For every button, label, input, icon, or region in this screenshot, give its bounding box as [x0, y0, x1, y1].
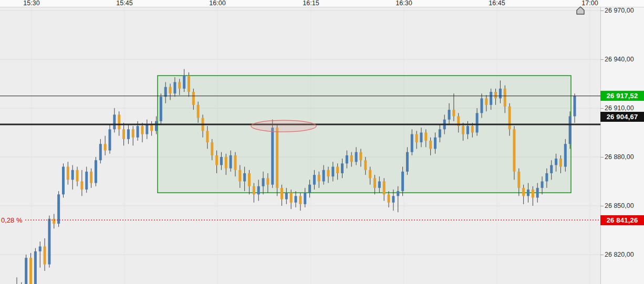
candle-body [34, 251, 37, 284]
price-axis-tick [600, 255, 604, 255]
time-axis-label: 16:45 [489, 0, 505, 7]
candle-body [359, 152, 362, 161]
candle-body [132, 129, 134, 137]
candle-body [373, 178, 376, 188]
candle-body [364, 160, 367, 170]
price-axis-label: 26 850,00 [605, 202, 634, 209]
drawn-ellipse-annotation[interactable] [251, 120, 316, 132]
candle-body [532, 190, 534, 198]
candle-body [146, 124, 148, 134]
time-axis-label: 16:30 [396, 0, 412, 7]
candle-body [569, 117, 572, 144]
candle-body [392, 196, 394, 202]
candle-body [234, 155, 236, 170]
candle-body [327, 170, 329, 176]
candle-body [109, 129, 111, 150]
candle-body [574, 96, 576, 117]
candle-body [290, 193, 293, 203]
candle-body [150, 124, 153, 131]
drawn-rectangle-annotation[interactable] [158, 76, 571, 193]
candle-body [462, 126, 464, 134]
candle-body [336, 167, 339, 173]
candle-body [388, 194, 390, 203]
price-axis-label: 26 940,00 [605, 56, 634, 63]
candle-body [137, 126, 139, 138]
candle-body [522, 188, 525, 196]
candle-body [122, 129, 125, 139]
candle-body [80, 182, 83, 190]
candle-body [434, 138, 437, 149]
candle-body [113, 114, 116, 129]
candle-body [257, 186, 260, 195]
candle-body [299, 196, 302, 204]
candle-body [485, 98, 487, 104]
candle-body [99, 144, 102, 160]
candle-body [355, 152, 358, 162]
candle-body [62, 167, 65, 195]
candle-body [452, 110, 455, 116]
price-axis-label: 26 880,00 [605, 153, 634, 161]
candle-body [230, 155, 232, 169]
candle-body [448, 110, 451, 120]
candle-body [271, 128, 274, 185]
scroll-home-button[interactable] [576, 6, 585, 15]
candle-body [71, 170, 74, 180]
time-axis-label: 15:30 [23, 0, 39, 7]
candlestick-plot[interactable] [0, 0, 600, 284]
candle-body [95, 160, 97, 183]
candle-body [85, 172, 88, 190]
candle-body [346, 155, 348, 164]
candle-body [411, 134, 413, 152]
candle-body [439, 129, 441, 137]
candle-body [173, 82, 176, 93]
candle-body [248, 173, 251, 186]
candle-body [295, 196, 297, 202]
price-axis-tick [600, 59, 604, 60]
price-axis-label: 26 820,00 [605, 251, 634, 258]
candle-body [313, 175, 316, 185]
candle-body [383, 182, 386, 195]
candle-body [536, 188, 539, 198]
time-axis-label: 16:15 [303, 0, 319, 7]
candle-body [508, 107, 511, 129]
candle-body [118, 114, 120, 129]
time-axis-label: 15:45 [116, 0, 132, 7]
candle-body [545, 173, 548, 182]
price-axis-tick [600, 157, 604, 157]
candle-body [155, 121, 158, 131]
prev-close-badge: 26 841,26 [600, 215, 644, 225]
candle-body [76, 170, 79, 182]
candle-body [424, 133, 427, 141]
price-axis-tick [600, 206, 604, 206]
candle-body [164, 87, 167, 97]
price-axis-tick [600, 108, 604, 109]
candle-body [57, 194, 60, 224]
candle-body [323, 170, 325, 182]
candle-body [39, 247, 41, 251]
percent-change-label: 0,28 % [1, 216, 22, 224]
candle-body [238, 170, 241, 182]
candle-body [183, 76, 185, 89]
candle-body [331, 167, 334, 177]
candle-body [499, 89, 502, 99]
price-axis-label: 26 970,00 [605, 7, 634, 14]
price-axis[interactable]: 26 970,0026 940,0026 910,0026 880,0026 8… [600, 7, 644, 284]
candle-body [308, 185, 311, 193]
candle-body [169, 87, 172, 93]
candle-body [262, 178, 265, 186]
candle-body [44, 247, 46, 265]
candle-body [127, 129, 130, 139]
candle-body [416, 134, 418, 143]
time-axis[interactable]: 15:3015:4516:0016:1516:3016:4517:00 [0, 0, 644, 7]
time-axis-label: 16:00 [209, 0, 225, 7]
candle-body [471, 126, 474, 132]
candle-body [188, 76, 190, 92]
candle-body [466, 126, 469, 134]
candle-body [276, 128, 278, 188]
price-axis-label: 26 910,00 [605, 104, 634, 112]
candle-body [541, 182, 544, 188]
candle-body [513, 129, 515, 172]
candle-body [53, 219, 55, 224]
candle-body [266, 178, 269, 184]
candle-body [220, 157, 223, 165]
